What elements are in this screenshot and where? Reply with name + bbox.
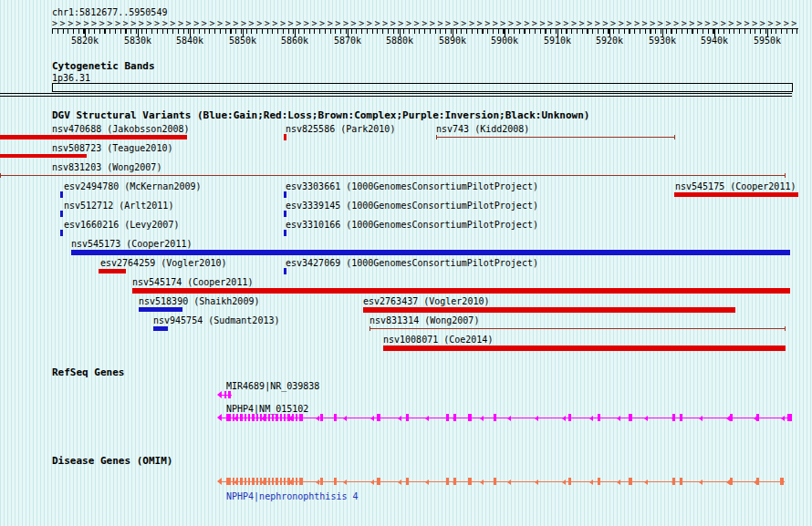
variant-glyph[interactable] [60,230,63,236]
variant-glyph[interactable] [284,211,286,217]
variant-glyph[interactable] [284,191,286,198]
gene-exon[interactable] [672,414,675,421]
gene-exon[interactable] [468,414,472,421]
gene-exon[interactable] [256,414,258,421]
gene-exon[interactable] [226,478,231,485]
gene-exon[interactable] [756,478,759,485]
variant-label[interactable]: nsv831314 (Wong2007) [370,315,479,325]
gene-exon[interactable] [568,414,571,421]
variant-label[interactable]: esv2764259 (Vogler2010) [100,258,226,268]
gene-exon[interactable] [260,478,262,485]
gene-exon[interactable] [233,414,234,421]
gene-exon[interactable] [240,414,243,421]
variant-glyph[interactable] [363,307,735,313]
variant-label[interactable]: nsv512712 (Arlt2011) [64,201,173,211]
gene-exon[interactable] [334,414,337,421]
gene-exon[interactable] [280,478,282,485]
variant-glyph[interactable] [284,268,286,274]
gene-exon[interactable] [256,478,258,485]
gene-exon[interactable] [629,414,632,421]
variant-label[interactable]: nsv945754 (Sudmant2013) [153,315,279,325]
gene-exon[interactable] [264,414,266,421]
gene-exon[interactable] [276,414,278,421]
variant-glyph[interactable] [383,346,786,351]
variant-label[interactable]: esv1660216 (Levy2007) [64,220,179,230]
gene-exon[interactable] [280,414,282,421]
variant-label[interactable]: esv2763437 (Vogler2010) [363,296,489,306]
variant-label[interactable]: esv3303661 (1000GenomesConsortiumPilotPr… [286,181,538,191]
gene-exon[interactable] [252,478,255,485]
variant-label[interactable]: nsv825586 (Park2010) [286,124,395,134]
gene-exon[interactable] [240,478,243,485]
gene-exon[interactable] [260,414,262,421]
gene-exon[interactable] [284,414,286,421]
gene-exon[interactable] [320,414,323,421]
variant-label[interactable]: nsv518390 (Shaikh2009) [139,296,259,306]
variant-glyph[interactable] [370,328,786,329]
variant-label[interactable]: esv3427069 (1000GenomesConsortiumPilotPr… [286,258,538,268]
gene-exon[interactable] [299,478,303,485]
variant-glyph[interactable] [0,175,786,176]
variant-glyph[interactable] [153,326,168,331]
variant-glyph[interactable] [284,134,286,140]
gene-exon[interactable] [730,478,733,485]
gene-exon[interactable] [787,414,792,421]
gene-exon[interactable] [406,478,409,485]
gene-exon[interactable] [377,478,380,485]
variant-label[interactable]: esv3339145 (1000GenomesConsortiumPilotPr… [286,201,538,211]
gene-exon[interactable] [224,391,226,398]
gene-exon[interactable] [453,478,456,485]
gene-exon[interactable] [296,478,297,485]
gene-exon[interactable] [468,478,472,485]
gene-exon[interactable] [334,478,337,485]
gene-exon[interactable] [756,414,759,421]
gene-exon[interactable] [252,414,255,421]
gene-exon[interactable] [299,414,303,421]
gene-exon[interactable] [629,478,632,485]
gene-exon[interactable] [446,478,449,485]
gene-exon[interactable] [245,414,246,421]
variant-label[interactable]: nsv508723 (Teague2010) [52,143,172,153]
variant-label[interactable]: esv3310166 (1000GenomesConsortiumPilotPr… [286,220,538,230]
gene-exon[interactable] [287,478,290,485]
gene-exon[interactable] [568,478,571,485]
gene-exon[interactable] [406,414,409,421]
gene-exon[interactable] [248,478,250,485]
gene-exon[interactable] [287,414,290,421]
gene-exon[interactable] [268,478,270,485]
variant-label[interactable]: nsv545174 (Cooper2011) [132,277,253,287]
gene-exon[interactable] [233,478,234,485]
variant-glyph[interactable] [71,250,790,255]
gene-exon[interactable] [236,414,238,421]
gene-exon[interactable] [226,414,231,421]
gene-exon[interactable] [248,414,250,421]
gene-exon[interactable] [296,414,297,421]
gene-exon[interactable] [377,414,380,421]
gene-exon[interactable] [598,414,600,421]
gene-label[interactable]: NPHP4|nephronophthisis 4 [226,491,359,501]
gene-exon[interactable] [780,478,784,485]
gene-exon[interactable] [453,414,456,421]
gene-exon[interactable] [494,414,496,421]
gene-label[interactable]: MIR4689|NR_039838 [226,381,319,391]
gene-exon[interactable] [272,414,274,421]
variant-glyph[interactable] [284,230,286,236]
gene-exon[interactable] [598,478,600,485]
variant-label[interactable]: nsv743 (Kidd2008) [436,124,529,134]
gene-exon[interactable] [236,478,238,485]
variant-glyph[interactable] [132,288,790,294]
gene-exon[interactable] [730,414,733,421]
variant-label[interactable]: nsv831203 (Wong2007) [52,162,161,172]
gene-exon[interactable] [272,478,274,485]
variant-glyph[interactable] [674,192,798,197]
variant-glyph[interactable] [60,191,63,198]
gene-exon[interactable] [264,478,266,485]
variant-glyph[interactable] [139,307,182,312]
gene-exon[interactable] [228,391,231,398]
variant-label[interactable]: nsv545173 (Cooper2011) [71,239,192,249]
gene-label[interactable]: NPHP4|NM_015102 [226,404,308,414]
gene-exon[interactable] [284,478,286,485]
variant-label[interactable]: nsv470688 (Jakobsson2008) [52,124,190,134]
variant-glyph[interactable] [60,211,63,217]
gene-exon[interactable] [245,478,246,485]
